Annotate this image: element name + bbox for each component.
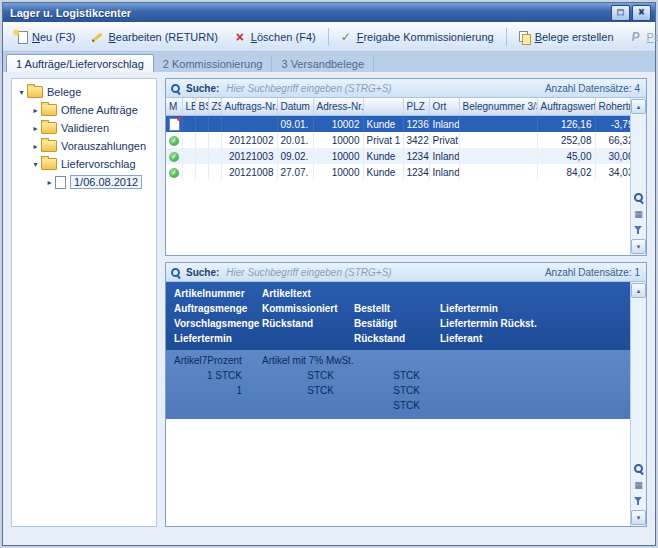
column-header[interactable]: Belegnummer 3/ShopID — [459, 98, 537, 116]
close-button[interactable]: × — [632, 5, 651, 21]
columns-icon[interactable]: ▦ — [632, 478, 645, 491]
cell — [182, 164, 195, 180]
label-auftragsmenge: Auftragsmenge — [174, 302, 262, 315]
label-vorschlagsmenge: Vorschlagsmenge — [174, 317, 262, 330]
cell: 10000 — [313, 164, 363, 180]
cell: Kunde — [363, 164, 403, 180]
orders-panel: Suche: Anzahl Datensätze: 4 — [165, 78, 647, 256]
expander-icon[interactable]: ▸ — [30, 124, 41, 133]
columns-icon[interactable]: ▦ — [632, 207, 645, 220]
column-header[interactable]: Datum — [277, 98, 313, 116]
scroll-down-button[interactable]: ▼ — [631, 510, 646, 525]
document-icon — [55, 176, 66, 189]
column-header[interactable]: M — [166, 98, 182, 116]
tab-kommissionierung[interactable]: 2 Kommissionierung — [154, 55, 273, 73]
tree-item-validieren[interactable]: ▸ Validieren — [14, 119, 154, 137]
detail-search-input[interactable] — [224, 266, 540, 279]
cell — [182, 116, 195, 133]
table-row[interactable]: 20121008 27.07. 10000 Kunde 1234 Inland … — [166, 164, 637, 180]
release-commissioning-button[interactable]: ✓ Freigabe Kommissionierung — [333, 26, 502, 48]
paypal-icon: P — [629, 30, 643, 44]
cell — [459, 116, 537, 133]
cell — [459, 132, 537, 148]
maximize-button[interactable]: □ — [611, 5, 630, 21]
scroll-up-button[interactable]: ▲ — [631, 99, 646, 114]
label-artikeltext: Artikeltext — [262, 287, 626, 300]
tree-item-vorauszahlungen[interactable]: ▸ Vorauszahlungen — [14, 137, 154, 155]
delete-cross-icon: × — [233, 30, 247, 44]
cell: 20121003 — [221, 148, 277, 164]
tree-item-belege[interactable]: ▾ Belege — [14, 83, 154, 101]
table-row[interactable]: 09.01. 10002 Kunde 1236 Inland 126,16 -3… — [166, 116, 637, 133]
detail-empty-area — [166, 419, 630, 526]
expander-icon[interactable]: ▾ — [30, 160, 41, 169]
orders-search-bar: Suche: Anzahl Datensätze: 4 — [166, 79, 646, 98]
new-button[interactable]: Neu (F3) — [8, 26, 83, 48]
column-header[interactable]: Ort — [429, 98, 459, 116]
zoom-icon[interactable] — [632, 191, 645, 204]
cell — [182, 148, 195, 164]
cell — [182, 132, 195, 148]
column-header[interactable]: LB — [182, 98, 195, 116]
column-header[interactable]: ZS — [208, 98, 221, 116]
document-status-icon — [169, 118, 180, 131]
table-row[interactable]: 20121002 20.01. 10000 Privat 1 3422 Priv… — [166, 132, 637, 148]
scroll-up-button[interactable]: ▲ — [631, 283, 646, 298]
paypal-request-button[interactable]: P PayPal-Zahlung anfordern — [623, 26, 658, 48]
positions-panel: Suche: Anzahl Datensätze: 1 Artikelnumme… — [165, 262, 647, 527]
column-header[interactable]: Auftrags-Nr. — [221, 98, 277, 116]
cell — [208, 116, 221, 133]
column-header[interactable] — [363, 98, 403, 116]
filter-icon[interactable] — [632, 494, 645, 507]
label-liefertermin: Liefertermin — [440, 302, 626, 315]
cell — [459, 164, 537, 180]
detail-side-toolbar: ▲ ▦ ▼ — [630, 282, 646, 526]
expander-icon[interactable]: ▾ — [16, 88, 27, 97]
expander-icon[interactable]: ▸ — [44, 178, 55, 187]
orders-grid: M LB BS ZS Auftrags-Nr. Datum Adress-Nr.… — [166, 98, 630, 255]
expander-icon[interactable]: ▸ — [30, 106, 41, 115]
value-bestellt: STCK — [354, 369, 440, 382]
label-lieferant: Lieferant — [440, 332, 626, 345]
toolbar: Neu (F3) Bearbeiten (RETURN) × Löschen (… — [3, 22, 655, 52]
column-header[interactable]: PLZ — [403, 98, 429, 116]
delete-button[interactable]: × Löschen (F4) — [227, 26, 324, 48]
orders-search-input[interactable] — [224, 82, 540, 95]
scroll-down-button[interactable]: ▼ — [631, 239, 646, 254]
value-artikeltext: Artikel mit 7% MwSt. — [262, 354, 626, 367]
expander-icon[interactable]: ▸ — [30, 142, 41, 151]
cell — [166, 148, 182, 164]
window-title: Lager u. Logistikcenter — [10, 7, 609, 19]
tab-auftraege-liefervorschlag[interactable]: 1 Aufträge/Liefervorschlag — [6, 54, 154, 74]
column-header[interactable]: Auftragswert € — [537, 98, 595, 116]
table-row[interactable]: 20121003 09.02. 10000 Kunde 1234 Inland … — [166, 148, 637, 164]
tree-item-offene-auftraege[interactable]: ▸ Offene Aufträge — [14, 101, 154, 119]
tab-versandbelege[interactable]: 3 Versandbelege — [272, 55, 374, 73]
cell — [208, 132, 221, 148]
new-document-icon — [14, 30, 28, 44]
cell: Inland — [429, 164, 459, 180]
column-header[interactable]: Adress-Nr. — [313, 98, 363, 116]
label-liefertermin-2: Liefertermin — [174, 332, 262, 345]
create-documents-button[interactable]: Belege erstellen — [511, 26, 622, 48]
cell — [221, 116, 277, 133]
zoom-icon[interactable] — [632, 462, 645, 475]
right-column: Suche: Anzahl Datensätze: 4 — [165, 78, 647, 527]
cell: 10002 — [313, 116, 363, 133]
toolbar-separator — [506, 28, 507, 46]
cell: Inland — [429, 116, 459, 133]
folder-icon — [41, 122, 57, 134]
released-status-icon — [169, 168, 179, 178]
released-status-icon — [169, 152, 179, 162]
search-label: Suche: — [186, 267, 219, 278]
detail-record[interactable]: Artikel7Prozent Artikel mit 7% MwSt. 1 S… — [166, 350, 630, 419]
tree-item-liefervorschlag[interactable]: ▾ Liefervorschlag — [14, 155, 154, 173]
document-tree: ▾ Belege ▸ Offene Aufträge ▸ Validieren … — [11, 78, 157, 527]
edit-pencil-icon — [90, 30, 104, 44]
tree-item-liefervorschlag-1[interactable]: ▸ 1/06.08.2012 — [14, 173, 154, 191]
edit-button[interactable]: Bearbeiten (RETURN) — [84, 26, 225, 48]
funnel-icon — [633, 495, 644, 506]
filter-icon[interactable] — [632, 223, 645, 236]
cell: 1236 — [403, 116, 429, 133]
column-header[interactable]: BS — [195, 98, 208, 116]
